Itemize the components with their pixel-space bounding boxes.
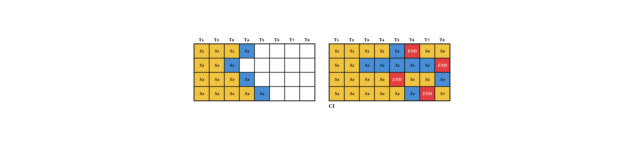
- grid-cell: S₁: [360, 44, 374, 58]
- col-header: T₄: [374, 37, 389, 43]
- grid-row: S₃S₃S₃S₃: [194, 72, 315, 86]
- cell-label: S₂: [410, 63, 414, 68]
- grid-cell: S₃: [374, 72, 390, 86]
- grid-cell: S₁: [239, 44, 254, 58]
- cell-label: S₆: [425, 48, 429, 54]
- grid-cell: S₇: [435, 86, 450, 101]
- grid-cell: S₂: [194, 58, 209, 72]
- cell-label: S₁: [230, 48, 234, 54]
- col-header: T₇: [284, 37, 299, 43]
- col-header: T₆: [269, 37, 284, 43]
- grid-cell: [300, 44, 315, 58]
- grid-row: S₁S₁S₁S₁S₁ENDS₆S₆: [329, 44, 450, 58]
- grid-cell: [254, 58, 270, 72]
- grid-cell: S₄: [405, 86, 420, 101]
- col-header: T₁: [329, 37, 344, 43]
- cell-label: S₂: [380, 63, 384, 68]
- grid-row: S₂S₂S₂: [194, 58, 315, 72]
- cell-label: S₁: [350, 48, 354, 54]
- right-label: CI: [329, 103, 335, 109]
- cell-label: S₁: [200, 48, 204, 54]
- grid-cell: S₄: [224, 86, 239, 101]
- cell-label: S₄: [395, 91, 399, 96]
- grid-cell: S₂: [420, 58, 435, 72]
- cell-label: S₁: [365, 48, 369, 54]
- grid-cell: S₅: [420, 72, 435, 86]
- col-header: T₇: [419, 37, 434, 43]
- grid-cell: S₁: [194, 44, 209, 58]
- cell-label: S₁: [215, 48, 219, 54]
- grid-cell: [270, 44, 284, 58]
- grid-cell: S₁: [344, 44, 360, 58]
- cell-label: S₃: [440, 77, 444, 82]
- cell-label: S₂: [350, 63, 354, 68]
- cell-label: S₃: [380, 77, 384, 82]
- grid-cell: S₃: [239, 72, 254, 86]
- grid-cell: S₆: [435, 44, 450, 58]
- grid-cell: S₄: [254, 86, 270, 101]
- cell-label: S₄: [350, 91, 354, 96]
- grid-cell: [300, 58, 315, 72]
- col-header: T₅: [254, 37, 269, 43]
- cell-label: S₂: [425, 63, 429, 68]
- grid-cell: S₄: [209, 86, 224, 101]
- grid-cell: [239, 58, 254, 72]
- grid-cell: S₄: [360, 86, 374, 101]
- grid-cell: S₂: [344, 58, 360, 72]
- col-header: T₃: [359, 37, 374, 43]
- left-col-headers: T₁T₂T₃T₄T₅T₆T₇T₈: [194, 37, 314, 43]
- col-header: T₆: [404, 37, 419, 43]
- cell-label: S₂: [365, 63, 369, 68]
- grid-cell: S₄: [194, 86, 209, 101]
- grid-cell: S₃: [344, 72, 360, 86]
- grid-cell: S₃: [209, 72, 224, 86]
- cell-label: S₄: [410, 91, 414, 96]
- grid-cell: S₆: [420, 44, 435, 58]
- grid-cell: S₄: [374, 86, 390, 101]
- cell-label: S₄: [215, 91, 219, 96]
- cell-label: S₂: [200, 63, 204, 68]
- cell-label: S₄: [230, 91, 234, 96]
- col-header: T₃: [224, 37, 239, 43]
- cell-label: S₁: [395, 48, 399, 54]
- cell-label: S₃: [200, 77, 204, 82]
- col-header: T₁: [194, 37, 209, 43]
- cell-label: S₃: [335, 77, 339, 82]
- grid-cell: [284, 58, 300, 72]
- grid-cell: S₃: [360, 72, 374, 86]
- right-col-headers: T₁T₂T₃T₄T₅T₆T₇T₈: [329, 37, 450, 43]
- right-grid: S₁S₁S₁S₁S₁ENDS₆S₆S₂S₂S₂S₂S₂S₂S₂ENDS₃S₃S₃…: [329, 43, 450, 101]
- grid-cell: [300, 86, 315, 101]
- grid-cell: S₄: [329, 86, 344, 101]
- col-header: T₄: [239, 37, 254, 43]
- cell-label: S₃: [365, 77, 369, 82]
- grid-cell: S₁: [329, 44, 344, 58]
- grid-cell: [270, 72, 284, 86]
- grid-cell: S₃: [194, 72, 209, 86]
- cell-label: S₄: [335, 91, 339, 96]
- cell-label: S₇: [440, 91, 444, 96]
- grid-cell: S₂: [374, 58, 390, 72]
- cell-label: S₄: [380, 91, 384, 96]
- grid-cell: S₅: [405, 72, 420, 86]
- grid-cell: S₁: [390, 44, 405, 58]
- cell-label: S₄: [260, 91, 264, 96]
- grid-cell: S₃: [329, 72, 344, 86]
- cell-label: S₅: [410, 77, 414, 82]
- grid-cell: END: [435, 58, 450, 72]
- grid-row: S₃S₃S₃S₃ENDS₅S₅S₃: [329, 72, 450, 86]
- cell-label: S₃: [350, 77, 354, 82]
- grid-cell: END: [390, 72, 405, 86]
- grid-cell: S₄: [390, 86, 405, 101]
- grid-cell: S₂: [360, 58, 374, 72]
- cell-label: S₂: [230, 63, 234, 68]
- col-header: T₅: [389, 37, 404, 43]
- grid-row: S₁S₁S₁S₁: [194, 44, 315, 58]
- cell-label: END: [423, 91, 432, 96]
- grid-cell: S₂: [329, 58, 344, 72]
- cell-label: S₂: [395, 63, 399, 68]
- grid-row: S₄S₄S₄S₄S₄S₄ENDS₇: [329, 86, 450, 101]
- grid-cell: [270, 86, 284, 101]
- grid-cell: S₁: [224, 44, 239, 58]
- col-header: T₈: [434, 37, 450, 43]
